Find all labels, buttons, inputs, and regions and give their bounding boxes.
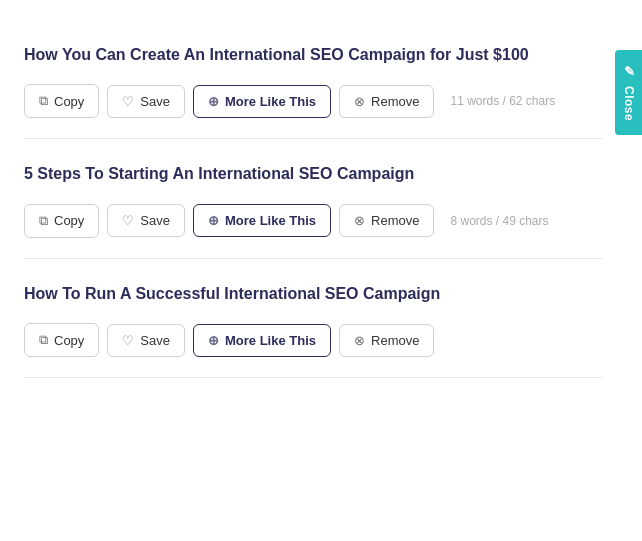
- action-row-3: ⧉ Copy ♡ Save ⊕ More Like This ⊗ Remove: [24, 323, 602, 357]
- remove-button-1[interactable]: ⊗ Remove: [339, 85, 434, 118]
- action-row-2: ⧉ Copy ♡ Save ⊕ More Like This ⊗ Remove …: [24, 204, 602, 238]
- more-like-button-3[interactable]: ⊕ More Like This: [193, 324, 331, 357]
- heart-icon-3: ♡: [122, 333, 134, 348]
- copy-button-1[interactable]: ⧉ Copy: [24, 84, 99, 118]
- result-title-3: How To Run A Successful International SE…: [24, 283, 602, 305]
- result-item-3: How To Run A Successful International SE…: [24, 259, 602, 378]
- save-button-3[interactable]: ♡ Save: [107, 324, 185, 357]
- action-row-1: ⧉ Copy ♡ Save ⊕ More Like This ⊗ Remove …: [24, 84, 602, 118]
- copy-icon-1: ⧉: [39, 93, 48, 109]
- copy-button-2[interactable]: ⧉ Copy: [24, 204, 99, 238]
- plus-icon-1: ⊕: [208, 94, 219, 109]
- remove-button-2[interactable]: ⊗ Remove: [339, 204, 434, 237]
- word-count-1: 11 words / 62 chars: [450, 94, 555, 108]
- close-tab[interactable]: ✎ Close: [615, 50, 642, 135]
- word-count-2: 8 words / 49 chars: [450, 214, 548, 228]
- more-like-button-1[interactable]: ⊕ More Like This: [193, 85, 331, 118]
- plus-icon-2: ⊕: [208, 213, 219, 228]
- plus-icon-3: ⊕: [208, 333, 219, 348]
- remove-icon-2: ⊗: [354, 213, 365, 228]
- copy-button-3[interactable]: ⧉ Copy: [24, 323, 99, 357]
- copy-icon-2: ⧉: [39, 213, 48, 229]
- result-title-1: How You Can Create An International SEO …: [24, 44, 602, 66]
- copy-icon-3: ⧉: [39, 332, 48, 348]
- save-button-2[interactable]: ♡ Save: [107, 204, 185, 237]
- remove-icon-3: ⊗: [354, 333, 365, 348]
- result-item-2: 5 Steps To Starting An International SEO…: [24, 139, 602, 258]
- heart-icon-1: ♡: [122, 94, 134, 109]
- results-container: How You Can Create An International SEO …: [0, 0, 642, 378]
- pencil-icon: ✎: [621, 64, 636, 80]
- remove-icon-1: ⊗: [354, 94, 365, 109]
- save-button-1[interactable]: ♡ Save: [107, 85, 185, 118]
- result-title-2: 5 Steps To Starting An International SEO…: [24, 163, 602, 185]
- heart-icon-2: ♡: [122, 213, 134, 228]
- remove-button-3[interactable]: ⊗ Remove: [339, 324, 434, 357]
- result-item-1: How You Can Create An International SEO …: [24, 20, 602, 139]
- more-like-button-2[interactable]: ⊕ More Like This: [193, 204, 331, 237]
